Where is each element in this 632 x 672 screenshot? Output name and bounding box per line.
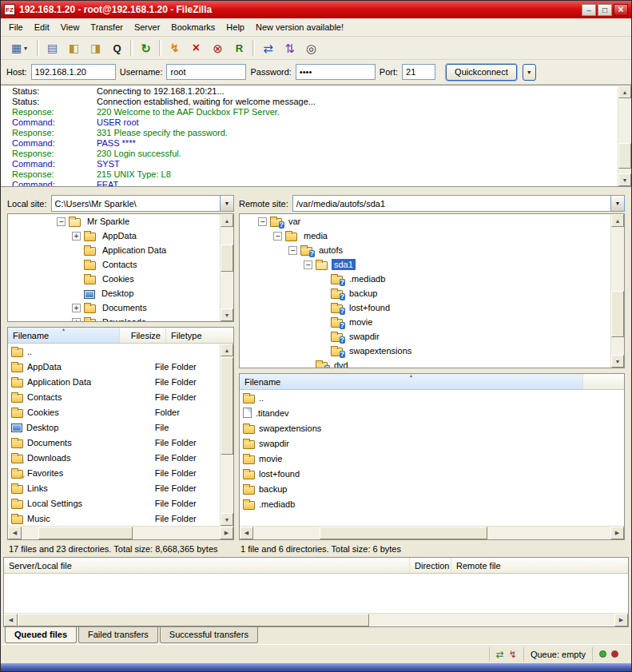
scroll-thumb[interactable] [18, 614, 369, 626]
scroll-right-button[interactable] [614, 614, 628, 626]
Links[interactable]: LinksFile Folder [8, 480, 220, 495]
tree-item[interactable]: .mediadb [240, 272, 624, 286]
..[interactable]: .. [8, 344, 220, 359]
scroll-left-button[interactable] [8, 527, 22, 539]
minimize-button[interactable] [582, 4, 596, 16]
tree-item[interactable]: backup [240, 286, 624, 300]
menu-item[interactable]: Server [129, 19, 165, 35]
column-header-filesize[interactable]: Filesize [120, 328, 166, 343]
menu-item[interactable]: New version available! [250, 19, 349, 35]
scroll-thumb[interactable] [221, 245, 233, 272]
Desktop[interactable]: DesktopFile [8, 420, 220, 435]
movie[interactable]: movie [240, 451, 624, 466]
process-queue-button[interactable]: ↯ [164, 38, 185, 58]
tree-item[interactable]: swapdir [240, 329, 624, 344]
disconnect-button[interactable]: ⊗ [207, 38, 229, 58]
.mediadb[interactable]: .mediadb [240, 496, 624, 511]
Local Settings[interactable]: Local SettingsFile Folder [8, 495, 220, 511]
expander-icon[interactable]: + [72, 232, 81, 241]
directory-comparison-button[interactable]: ⇄ [257, 38, 279, 58]
expander-icon[interactable]: − [57, 217, 66, 226]
Favorites[interactable]: FavoritesFile Folder [8, 465, 220, 480]
toggle-message-log-button[interactable]: ▤ [42, 38, 63, 58]
tree-item[interactable]: +AppData [8, 229, 233, 243]
menu-item[interactable]: Transfer [85, 19, 129, 35]
toggle-remote-tree-button[interactable]: ◨ [85, 38, 106, 58]
scroll-right-button[interactable] [220, 527, 233, 539]
find-files-button[interactable]: ◎ [300, 38, 322, 58]
remote-tree-scrollbar[interactable] [610, 214, 624, 368]
expander-icon[interactable]: + [72, 304, 81, 312]
maximize-button[interactable] [598, 4, 612, 16]
queue-tab[interactable]: Failed transfers [78, 627, 158, 643]
directory-comparison-status-icon[interactable]: ⇄ [496, 650, 504, 659]
tree-item[interactable]: +Downloads [8, 315, 233, 322]
toggle-local-tree-button[interactable]: ◧ [63, 38, 85, 58]
scroll-up-button[interactable] [611, 214, 624, 227]
column-header-filename[interactable]: Filename [240, 374, 583, 389]
tree-item[interactable]: −Mr Sparkle [8, 214, 233, 229]
tree-item[interactable]: +Documents [8, 300, 233, 315]
Cookies[interactable]: CookiesFolder [8, 404, 220, 420]
backup[interactable]: backup [240, 481, 624, 496]
queue-tab[interactable]: Queued files [5, 627, 77, 643]
Documents[interactable]: DocumentsFile Folder [8, 435, 220, 450]
tree-item[interactable]: Cookies [8, 272, 233, 286]
expander-icon[interactable]: − [304, 260, 312, 269]
tree-item[interactable]: dvd [240, 358, 624, 368]
tree-item[interactable]: Contacts [8, 257, 233, 272]
scroll-down-button[interactable] [221, 308, 233, 321]
close-button[interactable] [614, 4, 628, 16]
queue-column-remote-file[interactable]: Remote file [451, 558, 628, 573]
Music[interactable]: MusicFile Folder [8, 511, 220, 526]
scroll-thumb[interactable] [320, 527, 487, 539]
scroll-down-button[interactable] [221, 513, 233, 526]
scroll-up-button[interactable] [221, 214, 233, 227]
expander-icon[interactable]: − [288, 246, 297, 255]
local-list-hscrollbar[interactable] [8, 526, 233, 539]
cancel-operation-button[interactable]: × [185, 38, 207, 58]
scroll-left-button[interactable] [4, 614, 18, 626]
scroll-left-button[interactable] [240, 527, 253, 539]
scroll-up-button[interactable] [221, 344, 233, 356]
column-header-filetype[interactable]: Filetype [166, 328, 233, 343]
quickconnect-dropdown-button[interactable]: ▼ [523, 64, 536, 81]
toolbar-separator[interactable] [159, 40, 161, 56]
toolbar-separator[interactable] [37, 40, 39, 56]
menu-item[interactable]: Help [221, 19, 250, 35]
.titandev[interactable]: .titandev [240, 405, 624, 420]
menu-item[interactable]: View [55, 19, 85, 35]
expander-icon[interactable]: − [273, 232, 282, 241]
Downloads[interactable]: DownloadsFile Folder [8, 450, 220, 465]
..[interactable]: .. [240, 390, 624, 405]
scroll-thumb[interactable] [221, 357, 233, 455]
tree-item[interactable]: movie [240, 315, 624, 329]
username-input[interactable] [166, 64, 246, 80]
remote-site-dropdown-button[interactable]: ▼ [610, 196, 624, 211]
scroll-up-button[interactable] [618, 85, 631, 98]
refresh-button[interactable]: ↻ [135, 38, 157, 58]
expander-icon[interactable]: + [72, 318, 81, 323]
speed-limits-status-icon[interactable]: ↯ [509, 650, 517, 659]
synchronized-browsing-button[interactable]: ⇅ [279, 38, 300, 58]
tree-item[interactable]: lost+found [240, 300, 624, 315]
password-input[interactable] [296, 64, 376, 80]
queue-column-local-file[interactable]: Server/Local file [4, 558, 410, 573]
Application Data[interactable]: Application DataFile Folder [8, 374, 220, 389]
menu-item[interactable]: Bookmarks [165, 19, 221, 35]
toggle-queue-button[interactable]: Q [106, 38, 128, 58]
AppData[interactable]: AppDataFile Folder [8, 359, 220, 374]
local-tree-scrollbar[interactable] [220, 214, 233, 321]
tree-item[interactable]: −autofs [240, 243, 624, 257]
queue-hscrollbar[interactable] [4, 613, 628, 626]
tree-item[interactable]: swapextensions [240, 344, 624, 358]
queue-column-direction[interactable]: Direction [410, 558, 451, 573]
scroll-thumb[interactable] [611, 291, 624, 337]
menu-item[interactable]: Edit [29, 19, 55, 35]
lost+found[interactable]: lost+found [240, 466, 624, 481]
quickconnect-button[interactable]: Quickconnect [446, 64, 517, 81]
tree-item[interactable]: Desktop [8, 286, 233, 300]
local-site-combo[interactable]: C:\Users\Mr Sparkle\ ▼ [51, 195, 234, 212]
column-header-filename[interactable]: Filename [8, 328, 120, 343]
tree-item[interactable]: Application Data [8, 243, 233, 257]
